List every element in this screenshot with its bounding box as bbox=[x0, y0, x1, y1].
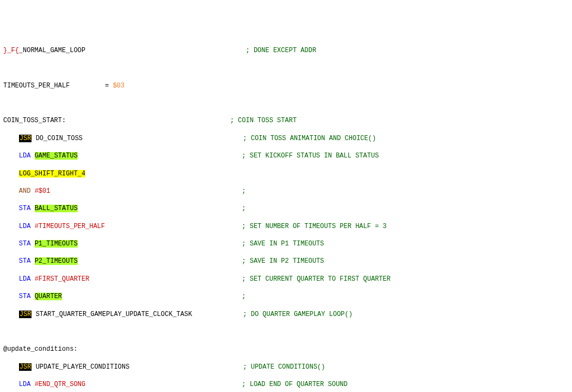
comment: ; bbox=[242, 293, 246, 300]
comment: ; SET KICKOFF STATUS IN BALL STATUS bbox=[242, 152, 379, 160]
opcode-jsr: JSR bbox=[19, 363, 32, 371]
equals: = bbox=[105, 82, 112, 90]
code-line: @update_conditions: bbox=[3, 345, 569, 353]
opcode: STA bbox=[19, 257, 31, 265]
code-line: LOG_SHIFT_RIGHT_4 bbox=[3, 169, 569, 178]
code-line: STA P1_TIMEOUTS ; SAVE IN P1 TIMEOUTS bbox=[3, 239, 569, 248]
operand-hl: P1_TIMEOUTS bbox=[35, 240, 78, 248]
operand-hl: P2_TIMEOUTS bbox=[35, 257, 78, 265]
label: COIN_TOSS_START: bbox=[3, 117, 66, 124]
opcode: LDA bbox=[19, 381, 31, 388]
immediate: #END_QTR_SONG bbox=[35, 381, 86, 388]
comment: ; bbox=[242, 205, 246, 212]
comment: ; SET NUMBER OF TIMEOUTS PER HALF = 3 bbox=[242, 223, 386, 230]
opcode: LDA bbox=[19, 275, 31, 283]
blank-line bbox=[3, 64, 569, 72]
code-line: LDA #END_QTR_SONG ; LOAD END OF QUARTER … bbox=[3, 380, 569, 389]
immediate: #TIMEOUTS_PER_HALF bbox=[35, 223, 105, 230]
operand-hl: GAME_STATUS bbox=[35, 152, 78, 160]
comment: ; COIN TOSS ANIMATION AND CHOICE() bbox=[243, 135, 376, 142]
opcode-jsr: JSR bbox=[19, 311, 32, 318]
macro-call: _F{ bbox=[7, 47, 19, 54]
code-line: STA P2_TIMEOUTS ; SAVE IN P2 TIMEOUTS bbox=[3, 257, 569, 265]
operand-hl: QUARTER bbox=[35, 293, 62, 300]
code-line: STA QUARTER ; bbox=[3, 292, 569, 301]
comment: ; LOAD END OF QUARTER SOUND bbox=[242, 381, 347, 388]
label-text: TIMEOUTS_PER_HALF bbox=[3, 82, 70, 90]
blank-line bbox=[3, 327, 569, 336]
hex-literal: $03 bbox=[113, 82, 125, 90]
operand-hl: BALL_STATUS bbox=[35, 205, 78, 212]
local-label: @update_conditions: bbox=[3, 345, 78, 353]
code-line: TIMEOUTS_PER_HALF = $03 bbox=[3, 81, 569, 90]
opcode: STA bbox=[19, 293, 31, 300]
opcode-jsr: JSR bbox=[19, 135, 32, 142]
comment: ; SAVE IN P2 TIMEOUTS bbox=[242, 257, 324, 265]
opcode: LDA bbox=[19, 152, 31, 160]
code-line: LDA GAME_STATUS ; SET KICKOFF STATUS IN … bbox=[3, 151, 569, 160]
code-line: LDA #TIMEOUTS_PER_HALF ; SET NUMBER OF T… bbox=[3, 222, 569, 231]
code-line: }_F{_NORMAL_GAME_LOOP ; DONE EXCEPT ADDR bbox=[3, 46, 569, 55]
operand: UPDATE_PLAYER_CONDITIONS bbox=[36, 363, 130, 371]
comment: ; DO QUARTER GAMEPLAY LOOP() bbox=[243, 311, 353, 318]
comment: ; DONE EXCEPT ADDR bbox=[246, 47, 316, 54]
operand: DO_COIN_TOSS bbox=[36, 135, 83, 142]
operand: START_QUARTER_GAMEPLAY_UPDATE_CLOCK_TASK bbox=[36, 311, 192, 318]
opcode: AND bbox=[19, 187, 31, 195]
opcode: LDA bbox=[19, 223, 31, 230]
immediate: #FIRST_QUARTER bbox=[35, 275, 90, 283]
opcode: STA bbox=[19, 240, 31, 248]
comment: ; UPDATE CONDITIONS() bbox=[243, 363, 325, 371]
comment: ; bbox=[242, 187, 246, 195]
code-line: JSR DO_COIN_TOSS ; COIN TOSS ANIMATION A… bbox=[3, 134, 569, 143]
comment: ; COIN TOSS START bbox=[230, 117, 297, 124]
code-line: LDA #FIRST_QUARTER ; SET CURRENT QUARTER… bbox=[3, 275, 569, 283]
code-line: JSR UPDATE_PLAYER_CONDITIONS ; UPDATE CO… bbox=[3, 363, 569, 371]
comment: ; SET CURRENT QUARTER TO FIRST QUARTER bbox=[242, 275, 391, 283]
opcode: STA bbox=[19, 205, 31, 212]
code-line: AND #$01 ; bbox=[3, 187, 569, 195]
blank-line bbox=[3, 99, 569, 108]
code-line: STA BALL_STATUS ; bbox=[3, 204, 569, 213]
macro-hl: LOG_SHIFT_RIGHT_4 bbox=[19, 170, 85, 178]
immediate: #$01 bbox=[35, 187, 51, 195]
text: _NORMAL_GAME_LOOP bbox=[19, 47, 85, 54]
comment: ; SAVE IN P1 TIMEOUTS bbox=[242, 240, 324, 248]
code-listing: }_F{_NORMAL_GAME_LOOP ; DONE EXCEPT ADDR… bbox=[3, 37, 569, 392]
code-line: JSR START_QUARTER_GAMEPLAY_UPDATE_CLOCK_… bbox=[3, 310, 569, 319]
code-line: COIN_TOSS_START: ; COIN TOSS START bbox=[3, 116, 569, 125]
